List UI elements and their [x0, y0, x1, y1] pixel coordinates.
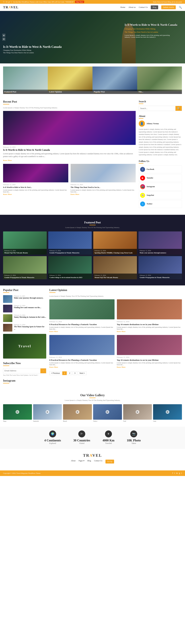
popular-item-1-info: February 12, 2021 Make your journey thro… — [14, 295, 43, 299]
search-button[interactable]: 🔍 — [176, 106, 182, 111]
buy-now-button[interactable]: Buy Now — [75, 0, 84, 3]
twitter2-icon[interactable]: t — [11, 1, 12, 3]
hero-slide-3[interactable]: The Things You Dont Need to See in Londo… — [3, 52, 62, 54]
rp1-readmore[interactable]: Know More — [3, 193, 12, 195]
footer-nav-blog[interactable]: Blog — [87, 460, 91, 464]
video-item-6: ▶ Lake — [153, 404, 182, 422]
social-twitter[interactable]: t Twitter — [139, 200, 182, 208]
hero-link-1[interactable]: Changing Your Destination While Hiking — [125, 28, 177, 30]
featured-card-6[interactable]: February 12, 2024 Coolest things to do i… — [48, 256, 92, 279]
play-icon-5[interactable]: ▶ — [136, 410, 139, 414]
featured-card-1[interactable]: February 12, 2024 Mount Fuji The Volcani… — [3, 232, 47, 254]
recent-post-main-readmore[interactable]: Know More — [3, 160, 12, 161]
footer-fb-icon[interactable]: f — [172, 472, 173, 474]
video-thumb-2[interactable]: ▶ — [33, 404, 62, 420]
cat-opinion-label: Latest Opinion — [48, 90, 93, 94]
nav-blog-btn[interactable]: Blog — [151, 6, 158, 9]
popular-item-1[interactable]: February 12, 2021 Make your journey thro… — [3, 295, 46, 303]
video-thumb-5[interactable]: ▶ — [123, 404, 152, 420]
footer-twitter2-icon[interactable]: t — [181, 472, 182, 474]
snapchat-icon: 👻 — [140, 193, 145, 198]
play-icon-1[interactable]: ▶ — [15, 410, 19, 414]
social-instagram[interactable]: 📷 Instagram — [139, 183, 182, 190]
search-title-bar — [139, 104, 143, 104]
snapchat-label: Snapchat — [147, 194, 154, 196]
footer-nav-contact[interactable]: Contact Us — [94, 460, 102, 464]
opinion-card-4-readmore[interactable]: Know More — [117, 366, 126, 368]
video-thumb-4[interactable]: ▶ — [93, 404, 122, 420]
opinion-card-4-date: February 12, 2024 — [117, 356, 182, 358]
stat-photos-number: 18K Photo — [127, 439, 141, 442]
video-thumb-1[interactable]: ▶ — [3, 404, 32, 420]
social-youtube[interactable]: ▶ Youtube — [139, 174, 182, 182]
subscribe-button[interactable]: → — [40, 368, 46, 373]
featured-card-5[interactable]: February 12, 2024 Gender Propagation in … — [3, 256, 47, 279]
opinion-card-3: February 12, 2024 8 Practical Resources … — [49, 335, 115, 368]
featured-card-3[interactable]: February 12, 2024 Spotting Elusive Wildl… — [93, 232, 137, 254]
opinion-card-2-excerpt: Lorem ipsum is simply dummy text of the … — [117, 326, 182, 330]
popular-item-4[interactable]: February 12, 2024 The Most Amazing Spots… — [3, 324, 46, 332]
featured-card-4[interactable]: February 12, 2024 Make your journey thro… — [139, 232, 182, 254]
play-icon-3[interactable]: ▶ — [76, 410, 79, 414]
footer-logo-section: TRAVEL About Pages ▾ Blog Contact Us Go … — [0, 448, 185, 470]
hero-arrow-down[interactable]: ▼ — [2, 38, 5, 41]
opinion-card-3-readmore[interactable]: Know More — [49, 366, 58, 368]
footer-nav-pages[interactable]: Pages ▾ — [79, 460, 84, 464]
featured-card-2[interactable]: February 12, 2024 Gender Propagation in … — [48, 232, 92, 254]
hero-arrow-up[interactable]: ▲ — [2, 34, 5, 37]
featured-card-8-date: February 12, 2024 — [140, 274, 181, 276]
about-avatar-row: 👤 Johney Verma — [139, 120, 182, 127]
popular-item-2[interactable]: February 12, 2024 Finding love and roman… — [3, 305, 46, 312]
opinion-card-1-excerpt: Lorem ipsum is simply dummy text of the … — [49, 326, 115, 330]
instagram-icon[interactable]: in — [6, 1, 7, 3]
nav-home[interactable]: Home — [120, 6, 125, 8]
social-facebook[interactable]: f Facebook — [139, 166, 182, 173]
opinion-card-1-readmore[interactable]: Know More — [49, 330, 58, 332]
opinion-card-2-readmore[interactable]: Know More — [117, 330, 126, 332]
search-icon[interactable]: 🔍 — [179, 6, 182, 9]
nav-submit-btn[interactable]: Submit Article — [161, 6, 176, 9]
logo[interactable]: TRAVEL — [3, 5, 19, 9]
fb-icon[interactable]: f — [3, 1, 4, 3]
search-input[interactable] — [139, 106, 176, 111]
subscribe-input[interactable] — [3, 368, 40, 373]
play-icon-6[interactable]: ▶ — [166, 410, 170, 414]
play-icon-2[interactable]: ▶ — [46, 410, 49, 414]
footer-google-icon[interactable]: g — [179, 472, 180, 474]
video-thumb-6[interactable]: ▶ — [153, 404, 182, 420]
prev-page-btn[interactable]: < Previous — [49, 371, 61, 375]
rp2-readmore[interactable]: Know More — [71, 193, 79, 195]
two-col-section: Popular Post February 12, 2021 Make your… — [0, 286, 185, 389]
footer-twitter-icon[interactable]: t — [174, 472, 175, 474]
popular-item-4-info: February 12, 2024 The Most Amazing Spots… — [14, 324, 46, 330]
follow-title-bar — [139, 163, 143, 164]
hero-slide-2[interactable]: Changing Your Destination While Hiking — [3, 49, 62, 51]
next-page-btn[interactable]: Next > — [78, 371, 87, 375]
page-3-btn[interactable]: 3 — [73, 371, 77, 375]
featured-card-4-info: February 12, 2024 Make your journey thro… — [139, 249, 182, 254]
play-icon-4[interactable]: ▶ — [106, 410, 109, 414]
subscribe-title-bar — [3, 366, 9, 366]
featured-card-8[interactable]: February 12, 2024 Gender Propagation in … — [139, 256, 182, 279]
hero-slide-active[interactable]: Is It Worth to Ride to West & North Cana… — [3, 45, 62, 48]
top-bar: f t in g+ t Get the Best WordPress Theme… — [0, 0, 185, 4]
video-thumb-3[interactable]: ▶ — [63, 404, 92, 420]
stat-continents: 🌍 4 Continents Explored — [44, 430, 61, 444]
social-snapchat[interactable]: 👻 Snapchat — [139, 192, 182, 199]
page-1-btn[interactable]: 1 — [62, 371, 67, 375]
stat-photos: 📷 18K Photo Taken — [127, 430, 141, 444]
opinion-card-4: February 12, 2024 Top 10 remote destinat… — [117, 335, 182, 368]
popular-item-3[interactable]: February 12, 2024 Sunny Morning in Autum… — [3, 314, 46, 322]
page-2-btn[interactable]: 2 — [67, 371, 72, 375]
footer-instagram-icon[interactable]: in — [176, 472, 178, 474]
featured-card-7[interactable]: February 12, 2024 Mount Fuji The Volcani… — [93, 256, 137, 279]
main-content: Recent Post Lorem Ipsum is Simply Dummy … — [0, 97, 185, 215]
hero-link-2[interactable]: The Things You Dont Need to See in Londo… — [125, 31, 177, 33]
nav-contact[interactable]: Contact Us — [139, 6, 148, 8]
nav-about[interactable]: About us — [128, 6, 136, 8]
google-icon[interactable]: g+ — [8, 1, 10, 3]
footer-goup-btn[interactable]: Go Up — [105, 460, 114, 464]
featured-title-bar — [89, 225, 96, 225]
footer-nav-about[interactable]: About — [71, 460, 76, 464]
twitter-icon[interactable]: t — [5, 1, 5, 3]
